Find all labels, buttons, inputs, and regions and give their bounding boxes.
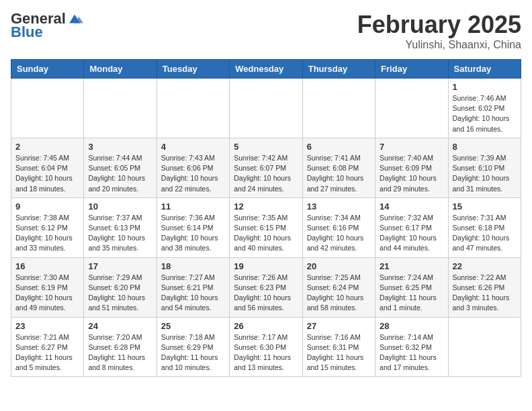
- day-info: Sunrise: 7:27 AM Sunset: 6:21 PM Dayligh…: [161, 273, 225, 314]
- day-info: Sunrise: 7:43 AM Sunset: 6:06 PM Dayligh…: [161, 153, 225, 194]
- calendar-cell: 13Sunrise: 7:34 AM Sunset: 6:16 PM Dayli…: [302, 197, 375, 257]
- calendar-cell: 20Sunrise: 7:25 AM Sunset: 6:24 PM Dayli…: [302, 257, 375, 317]
- calendar-cell: [230, 79, 302, 138]
- calendar-cell: 24Sunrise: 7:20 AM Sunset: 6:28 PM Dayli…: [84, 317, 157, 377]
- day-number: 22: [453, 261, 517, 271]
- calendar-cell: 17Sunrise: 7:29 AM Sunset: 6:20 PM Dayli…: [84, 257, 157, 317]
- day-info: Sunrise: 7:39 AM Sunset: 6:10 PM Dayligh…: [453, 153, 517, 194]
- day-number: 26: [234, 321, 298, 331]
- weekday-header-sunday: Sunday: [11, 60, 84, 79]
- calendar-cell: [448, 317, 521, 377]
- day-info: Sunrise: 7:21 AM Sunset: 6:27 PM Dayligh…: [15, 332, 79, 373]
- day-number: 27: [307, 321, 371, 331]
- day-number: 13: [307, 201, 371, 212]
- logo-icon: [67, 11, 83, 27]
- calendar-cell: 8Sunrise: 7:39 AM Sunset: 6:10 PM Daylig…: [448, 138, 521, 197]
- calendar-cell: [11, 79, 84, 138]
- calendar-week-2: 2Sunrise: 7:45 AM Sunset: 6:04 PM Daylig…: [11, 138, 521, 197]
- day-info: Sunrise: 7:46 AM Sunset: 6:02 PM Dayligh…: [453, 93, 517, 134]
- day-number: 24: [88, 321, 152, 331]
- day-number: 14: [380, 201, 443, 212]
- day-number: 1: [453, 82, 517, 92]
- logo: General Blue: [11, 11, 83, 40]
- calendar-cell: [84, 79, 157, 138]
- day-info: Sunrise: 7:17 AM Sunset: 6:30 PM Dayligh…: [234, 332, 298, 373]
- calendar-week-4: 16Sunrise: 7:30 AM Sunset: 6:19 PM Dayli…: [11, 257, 521, 317]
- calendar-cell: 25Sunrise: 7:18 AM Sunset: 6:29 PM Dayli…: [157, 317, 229, 377]
- calendar-table: SundayMondayTuesdayWednesdayThursdayFrid…: [11, 59, 521, 377]
- calendar-cell: 16Sunrise: 7:30 AM Sunset: 6:19 PM Dayli…: [11, 257, 84, 317]
- day-number: 2: [15, 142, 79, 152]
- calendar-week-1: 1Sunrise: 7:46 AM Sunset: 6:02 PM Daylig…: [11, 79, 521, 138]
- weekday-header-saturday: Saturday: [448, 60, 521, 79]
- calendar-cell: 18Sunrise: 7:27 AM Sunset: 6:21 PM Dayli…: [157, 257, 229, 317]
- day-info: Sunrise: 7:30 AM Sunset: 6:19 PM Dayligh…: [15, 273, 79, 314]
- day-number: 4: [161, 142, 225, 152]
- calendar-cell: 23Sunrise: 7:21 AM Sunset: 6:27 PM Dayli…: [11, 317, 84, 377]
- day-info: Sunrise: 7:29 AM Sunset: 6:20 PM Dayligh…: [88, 273, 152, 314]
- calendar-cell: 11Sunrise: 7:36 AM Sunset: 6:14 PM Dayli…: [157, 197, 229, 257]
- calendar-cell: 21Sunrise: 7:24 AM Sunset: 6:25 PM Dayli…: [375, 257, 448, 317]
- day-info: Sunrise: 7:40 AM Sunset: 6:09 PM Dayligh…: [380, 153, 443, 194]
- day-info: Sunrise: 7:42 AM Sunset: 6:07 PM Dayligh…: [234, 153, 298, 194]
- weekday-header-wednesday: Wednesday: [230, 60, 302, 79]
- day-info: Sunrise: 7:44 AM Sunset: 6:05 PM Dayligh…: [88, 153, 152, 194]
- day-number: 16: [15, 261, 79, 271]
- calendar-cell: 5Sunrise: 7:42 AM Sunset: 6:07 PM Daylig…: [230, 138, 302, 197]
- calendar-cell: 22Sunrise: 7:22 AM Sunset: 6:26 PM Dayli…: [448, 257, 521, 317]
- calendar-cell: 10Sunrise: 7:37 AM Sunset: 6:13 PM Dayli…: [84, 197, 157, 257]
- weekday-header-friday: Friday: [375, 60, 448, 79]
- day-info: Sunrise: 7:31 AM Sunset: 6:18 PM Dayligh…: [453, 213, 517, 254]
- calendar-cell: 1Sunrise: 7:46 AM Sunset: 6:02 PM Daylig…: [448, 79, 521, 138]
- calendar-cell: 2Sunrise: 7:45 AM Sunset: 6:04 PM Daylig…: [11, 138, 84, 197]
- calendar-week-3: 9Sunrise: 7:38 AM Sunset: 6:12 PM Daylig…: [11, 197, 521, 257]
- weekday-header-tuesday: Tuesday: [157, 60, 229, 79]
- day-number: 5: [234, 142, 298, 152]
- calendar-cell: [375, 79, 448, 138]
- day-number: 15: [453, 201, 517, 212]
- title-area: February 2025 Yulinshi, Shaanxi, China: [357, 11, 521, 51]
- day-info: Sunrise: 7:25 AM Sunset: 6:24 PM Dayligh…: [307, 273, 371, 314]
- day-info: Sunrise: 7:35 AM Sunset: 6:15 PM Dayligh…: [234, 213, 298, 254]
- day-number: 20: [307, 261, 371, 271]
- calendar-week-5: 23Sunrise: 7:21 AM Sunset: 6:27 PM Dayli…: [11, 317, 521, 377]
- day-info: Sunrise: 7:20 AM Sunset: 6:28 PM Dayligh…: [88, 332, 152, 373]
- calendar-cell: [302, 79, 375, 138]
- day-info: Sunrise: 7:41 AM Sunset: 6:08 PM Dayligh…: [307, 153, 371, 194]
- calendar-cell: 7Sunrise: 7:40 AM Sunset: 6:09 PM Daylig…: [375, 138, 448, 197]
- day-number: 3: [88, 142, 152, 152]
- location-text: Yulinshi, Shaanxi, China: [357, 39, 521, 51]
- day-info: Sunrise: 7:26 AM Sunset: 6:23 PM Dayligh…: [234, 273, 298, 314]
- day-info: Sunrise: 7:32 AM Sunset: 6:17 PM Dayligh…: [380, 213, 443, 254]
- day-number: 9: [15, 201, 79, 212]
- month-title: February 2025: [357, 11, 521, 39]
- day-number: 25: [161, 321, 225, 331]
- day-info: Sunrise: 7:18 AM Sunset: 6:29 PM Dayligh…: [161, 332, 225, 373]
- day-info: Sunrise: 7:38 AM Sunset: 6:12 PM Dayligh…: [15, 213, 79, 254]
- day-number: 12: [234, 201, 298, 212]
- day-info: Sunrise: 7:14 AM Sunset: 6:32 PM Dayligh…: [380, 332, 443, 373]
- day-info: Sunrise: 7:22 AM Sunset: 6:26 PM Dayligh…: [453, 273, 517, 314]
- calendar-cell: 19Sunrise: 7:26 AM Sunset: 6:23 PM Dayli…: [230, 257, 302, 317]
- weekday-header-monday: Monday: [84, 60, 157, 79]
- day-number: 6: [307, 142, 371, 152]
- page-header: General Blue February 2025 Yulinshi, Sha…: [11, 11, 521, 51]
- day-number: 7: [380, 142, 443, 152]
- day-info: Sunrise: 7:36 AM Sunset: 6:14 PM Dayligh…: [161, 213, 225, 254]
- calendar-cell: 12Sunrise: 7:35 AM Sunset: 6:15 PM Dayli…: [230, 197, 302, 257]
- calendar-cell: 3Sunrise: 7:44 AM Sunset: 6:05 PM Daylig…: [84, 138, 157, 197]
- calendar-cell: 9Sunrise: 7:38 AM Sunset: 6:12 PM Daylig…: [11, 197, 84, 257]
- calendar-cell: 28Sunrise: 7:14 AM Sunset: 6:32 PM Dayli…: [375, 317, 448, 377]
- day-number: 10: [88, 201, 152, 212]
- calendar-cell: 27Sunrise: 7:16 AM Sunset: 6:31 PM Dayli…: [302, 317, 375, 377]
- day-info: Sunrise: 7:37 AM Sunset: 6:13 PM Dayligh…: [88, 213, 152, 254]
- day-number: 21: [380, 261, 443, 271]
- calendar-cell: 14Sunrise: 7:32 AM Sunset: 6:17 PM Dayli…: [375, 197, 448, 257]
- calendar-cell: 6Sunrise: 7:41 AM Sunset: 6:08 PM Daylig…: [302, 138, 375, 197]
- calendar-cell: 4Sunrise: 7:43 AM Sunset: 6:06 PM Daylig…: [157, 138, 229, 197]
- calendar-cell: [157, 79, 229, 138]
- day-number: 8: [453, 142, 517, 152]
- day-number: 11: [161, 201, 225, 212]
- calendar-cell: 15Sunrise: 7:31 AM Sunset: 6:18 PM Dayli…: [448, 197, 521, 257]
- day-number: 28: [380, 321, 443, 331]
